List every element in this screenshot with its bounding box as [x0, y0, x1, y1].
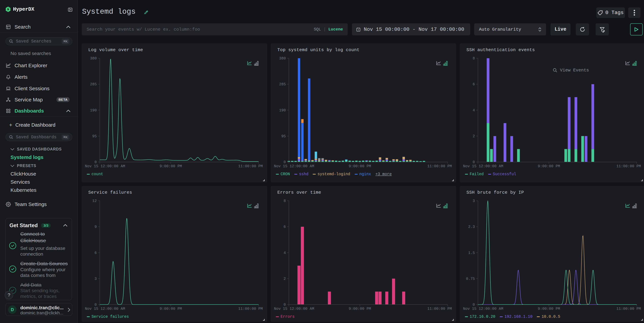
svg-text:4: 4	[284, 251, 286, 255]
svg-text:11:00:00 PM: 11:00:00 PM	[238, 307, 263, 311]
svg-text:9:00:00 PM: 9:00:00 PM	[349, 307, 371, 311]
svg-text:0.75: 0.75	[466, 277, 475, 281]
svg-text:12: 12	[92, 199, 97, 203]
svg-text:285: 285	[90, 82, 97, 87]
svg-text:Nov 15 12:00:00 AM: Nov 15 12:00:00 AM	[274, 307, 314, 311]
svg-text:1.5: 1.5	[468, 251, 475, 255]
svg-text:380: 380	[90, 56, 97, 61]
svg-text:6: 6	[473, 82, 475, 87]
svg-text:11:00:00 PM: 11:00:00 PM	[616, 164, 641, 168]
svg-text:0: 0	[284, 160, 286, 164]
svg-text:Nov 15 12:00:00 AM: Nov 15 12:00:00 AM	[463, 164, 503, 168]
svg-text:6: 6	[284, 225, 286, 229]
svg-text:0: 0	[473, 303, 475, 307]
svg-text:11:00:00 PM: 11:00:00 PM	[427, 307, 452, 311]
svg-text:4: 4	[473, 108, 475, 113]
svg-text:9:00:00 PM: 9:00:00 PM	[349, 164, 371, 168]
svg-text:285: 285	[279, 82, 286, 87]
svg-text:6: 6	[94, 251, 97, 255]
svg-text:3: 3	[473, 199, 475, 203]
svg-text:9:00:00 PM: 9:00:00 PM	[538, 307, 560, 311]
svg-text:9: 9	[94, 225, 97, 229]
svg-text:2: 2	[284, 277, 286, 281]
svg-text:8: 8	[284, 199, 286, 203]
svg-text:380: 380	[279, 56, 286, 61]
svg-text:3: 3	[94, 277, 97, 281]
svg-text:0: 0	[473, 160, 475, 164]
svg-text:9:00:00 PM: 9:00:00 PM	[160, 307, 182, 311]
svg-text:8: 8	[473, 56, 475, 61]
svg-text:Nov 15 12:00:00 AM: Nov 15 12:00:00 AM	[274, 164, 314, 168]
svg-text:2: 2	[473, 134, 475, 138]
svg-text:95: 95	[92, 134, 97, 138]
svg-text:190: 190	[279, 108, 286, 113]
svg-text:2.3: 2.3	[468, 225, 475, 229]
svg-text:Nov 15 12:00:00 AM: Nov 15 12:00:00 AM	[85, 307, 125, 311]
svg-text:11:00:00 PM: 11:00:00 PM	[238, 164, 263, 168]
svg-text:0: 0	[284, 303, 286, 307]
svg-text:11:00:00 PM: 11:00:00 PM	[427, 164, 452, 168]
svg-text:Nov 15 12:00:00 AM: Nov 15 12:00:00 AM	[463, 307, 503, 311]
svg-text:Nov 15 12:00:00 AM: Nov 15 12:00:00 AM	[85, 164, 125, 168]
svg-text:190: 190	[90, 108, 97, 113]
svg-text:95: 95	[282, 134, 286, 138]
svg-text:0: 0	[94, 160, 97, 164]
svg-text:11:00:00 PM: 11:00:00 PM	[616, 307, 641, 311]
svg-text:9:00:00 PM: 9:00:00 PM	[538, 164, 560, 168]
svg-text:0: 0	[94, 303, 97, 307]
svg-text:9:00:00 PM: 9:00:00 PM	[160, 164, 182, 168]
